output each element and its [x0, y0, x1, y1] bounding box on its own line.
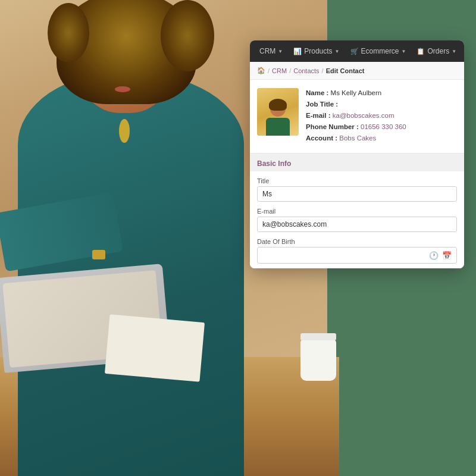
account-label: Account : [306, 134, 337, 142]
email-form-label: E-mail [257, 208, 457, 215]
email-label: E-mail : [306, 112, 331, 119]
breadcrumb-sep-3: / [322, 67, 324, 74]
ecommerce-icon: 🛒 [350, 48, 359, 55]
crm-dropdown-arrow: ▼ [278, 49, 283, 54]
basic-info-section-header: Basic Info [250, 154, 464, 171]
orders-dropdown-arrow: ▼ [452, 49, 456, 54]
account-link[interactable]: Bobs Cakes [339, 134, 376, 142]
nav-label-crm: CRM [259, 47, 275, 55]
nav-label-orders: Orders [427, 47, 449, 55]
dob-label: Date Of Birth [257, 238, 457, 245]
title-input[interactable] [257, 186, 457, 202]
phone-label: Phone Number : [306, 123, 359, 130]
nav-item-products[interactable]: 📊 Products ▼ [289, 45, 344, 58]
contact-photo [257, 88, 299, 136]
contact-details: Name : Ms Kelly Aulbern Job Title : E-ma… [306, 88, 457, 145]
contact-name-field: Name : Ms Kelly Aulbern [306, 88, 457, 98]
name-value: Ms Kelly Aulbern [331, 89, 382, 96]
nav-item-notifications[interactable]: 🔔 [462, 45, 464, 58]
title-label: Title [257, 177, 457, 184]
products-dropdown-arrow: ▼ [335, 49, 340, 54]
name-label: Name : [306, 89, 328, 96]
ecommerce-dropdown-arrow: ▼ [402, 49, 406, 54]
nav-item-orders[interactable]: 📋 Orders ▼ [412, 45, 461, 58]
products-icon: 📊 [293, 48, 302, 55]
title-field-group: Title [257, 177, 457, 202]
contact-header: Name : Ms Kelly Aulbern Job Title : E-ma… [250, 80, 464, 154]
calendar-icon[interactable]: 📅 [442, 251, 452, 260]
nav-item-crm[interactable]: CRM ▼ [255, 45, 287, 58]
dob-field-group: Date Of Birth 🕐 📅 [257, 238, 457, 264]
email-link[interactable]: ka@bobscakes.com [333, 112, 394, 119]
nav-label-ecommerce: Ecommerce [361, 47, 399, 55]
breadcrumb-sep-1: / [268, 67, 270, 74]
basic-info-label: Basic Info [257, 159, 291, 168]
home-icon[interactable]: 🏠 [257, 67, 265, 74]
dob-input-container[interactable]: 🕐 📅 [257, 247, 457, 264]
contact-jobtitle-field: Job Title : [306, 99, 457, 109]
breadcrumb-crm[interactable]: CRM [272, 67, 287, 74]
breadcrumb-sep-2: / [289, 67, 291, 74]
contact-account-field: Account : Bobs Cakes [306, 133, 457, 143]
navbar: CRM ▼ 📊 Products ▼ 🛒 Ecommerce ▼ 📋 Order… [250, 40, 464, 62]
email-input[interactable] [257, 217, 457, 232]
contact-email-field: E-mail : ka@bobscakes.com [306, 111, 457, 120]
nav-item-ecommerce[interactable]: 🛒 Ecommerce ▼ [346, 45, 411, 58]
crm-panel: CRM ▼ 📊 Products ▼ 🛒 Ecommerce ▼ 📋 Order… [250, 40, 464, 268]
nav-label-products: Products [304, 47, 332, 55]
job-label: Job Title : [306, 101, 338, 108]
contact-phone-field: Phone Number : 01656 330 360 [306, 122, 457, 131]
breadcrumb: 🏠 / CRM / Contacts / Edit Contact [250, 62, 464, 80]
form-section: Title E-mail Date Of Birth 🕐 📅 [250, 177, 464, 268]
email-field-group: E-mail [257, 208, 457, 232]
time-icon[interactable]: 🕐 [429, 251, 439, 260]
phone-link[interactable]: 01656 330 360 [361, 123, 406, 130]
breadcrumb-current: Edit Contact [326, 67, 365, 74]
orders-icon: 📋 [416, 48, 425, 55]
breadcrumb-contacts[interactable]: Contacts [293, 67, 319, 74]
